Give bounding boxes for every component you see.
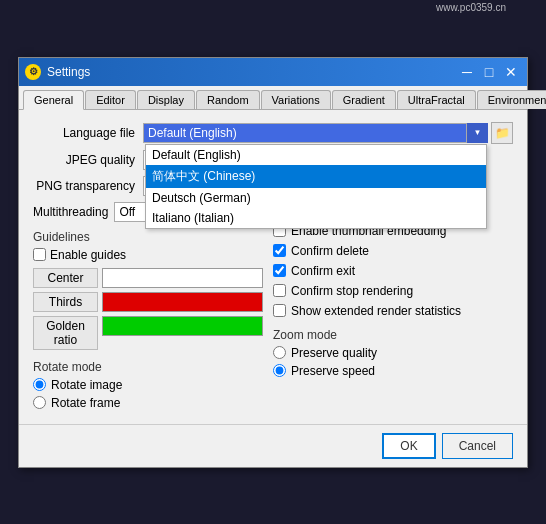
show-extended-item[interactable]: Show extended render statistics — [273, 304, 513, 318]
preserve-speed-radio[interactable] — [273, 364, 286, 377]
zoom-title: Zoom mode — [273, 328, 513, 342]
multithreading-label: Multithreading — [33, 205, 108, 219]
confirm-delete-checkbox[interactable] — [273, 244, 286, 257]
confirm-stop-checkbox[interactable] — [273, 284, 286, 297]
dropdown-option-english[interactable]: Default (English) — [146, 145, 486, 165]
confirm-delete-item[interactable]: Confirm delete — [273, 244, 513, 258]
title-bar: ⚙ Settings www.pc0359.cn ─ □ ✕ — [19, 58, 527, 86]
center-color-swatch[interactable] — [102, 268, 263, 288]
confirm-exit-item[interactable]: Confirm exit — [273, 264, 513, 278]
dropdown-option-german[interactable]: Deutsch (German) — [146, 188, 486, 208]
minimize-button[interactable]: ─ — [457, 62, 477, 82]
preserve-speed-option[interactable]: Preserve speed — [273, 364, 513, 378]
guidelines-section: Guidelines Enable guides Center Thirds G… — [33, 230, 263, 350]
rotate-frame-option[interactable]: Rotate frame — [33, 396, 263, 410]
tab-random[interactable]: Random — [196, 90, 260, 109]
rotate-image-option[interactable]: Rotate image — [33, 378, 263, 392]
language-combo-arrow[interactable]: ▼ — [466, 123, 488, 143]
golden-label: Golden ratio — [33, 316, 98, 350]
language-row: Language file Default (English) ▼ 📁 — [33, 122, 513, 144]
rotate-frame-radio[interactable] — [33, 396, 46, 409]
app-icon: ⚙ — [25, 64, 41, 80]
language-folder-button[interactable]: 📁 — [491, 122, 513, 144]
preserve-quality-option[interactable]: Preserve quality — [273, 346, 513, 360]
jpeg-label: JPEG quality — [33, 153, 143, 167]
language-label: Language file — [33, 126, 143, 140]
thirds-label: Thirds — [33, 292, 98, 312]
title-bar-left: ⚙ Settings www.pc0359.cn — [25, 64, 90, 80]
right-column: Use old gradient format Enable thumbnail… — [273, 202, 513, 414]
window-controls: ─ □ ✕ — [457, 62, 521, 82]
center-label: Center — [33, 268, 98, 288]
cancel-button[interactable]: Cancel — [442, 433, 513, 459]
enable-guides-checkbox[interactable] — [33, 248, 46, 261]
png-label: PNG transparency — [33, 179, 143, 193]
enable-guides-row: Enable guides — [33, 248, 263, 262]
enable-guides-label[interactable]: Enable guides — [33, 248, 126, 262]
tab-ultrafractal[interactable]: UltraFractal — [397, 90, 476, 109]
ok-button[interactable]: OK — [382, 433, 435, 459]
tab-bar: General Editor Display Random Variations… — [19, 86, 527, 110]
show-extended-checkbox[interactable] — [273, 304, 286, 317]
watermark: www.pc0359.cn — [436, 2, 506, 13]
maximize-button[interactable]: □ — [479, 62, 499, 82]
content-area: Language file Default (English) ▼ 📁 Defa… — [19, 110, 527, 424]
language-dropdown: Default (English) 简体中文 (Chinese) Deutsch… — [145, 144, 487, 229]
tab-display[interactable]: Display — [137, 90, 195, 109]
thirds-color-swatch[interactable] — [102, 292, 263, 312]
tab-environment[interactable]: Environment — [477, 90, 546, 109]
rotate-section: Rotate mode Rotate image Rotate frame — [33, 360, 263, 410]
golden-color-swatch[interactable] — [102, 316, 263, 336]
dropdown-option-italian[interactable]: Italiano (Italian) — [146, 208, 486, 228]
left-column: Multithreading Off ▼ Guidelines Enable g… — [33, 202, 263, 414]
two-col-layout: Multithreading Off ▼ Guidelines Enable g… — [33, 202, 513, 414]
window-title: Settings — [47, 65, 90, 79]
preserve-quality-radio[interactable] — [273, 346, 286, 359]
language-combo[interactable]: Default (English) — [143, 123, 488, 143]
language-combo-wrapper: Default (English) ▼ — [143, 123, 488, 143]
tab-editor[interactable]: Editor — [85, 90, 136, 109]
zoom-section: Zoom mode Preserve quality Preserve spee… — [273, 328, 513, 378]
rotate-image-radio[interactable] — [33, 378, 46, 391]
rotate-title: Rotate mode — [33, 360, 263, 374]
dropdown-option-chinese[interactable]: 简体中文 (Chinese) — [146, 165, 486, 188]
confirm-exit-checkbox[interactable] — [273, 264, 286, 277]
close-button[interactable]: ✕ — [501, 62, 521, 82]
confirm-stop-item[interactable]: Confirm stop rendering — [273, 284, 513, 298]
bottom-bar: OK Cancel — [19, 424, 527, 467]
guidelines-title: Guidelines — [33, 230, 263, 244]
settings-window: ⚙ Settings www.pc0359.cn ─ □ ✕ General E… — [18, 57, 528, 468]
color-grid: Center Thirds Golden ratio — [33, 268, 263, 350]
tab-general[interactable]: General — [23, 90, 84, 110]
tab-variations[interactable]: Variations — [261, 90, 331, 109]
tab-gradient[interactable]: Gradient — [332, 90, 396, 109]
